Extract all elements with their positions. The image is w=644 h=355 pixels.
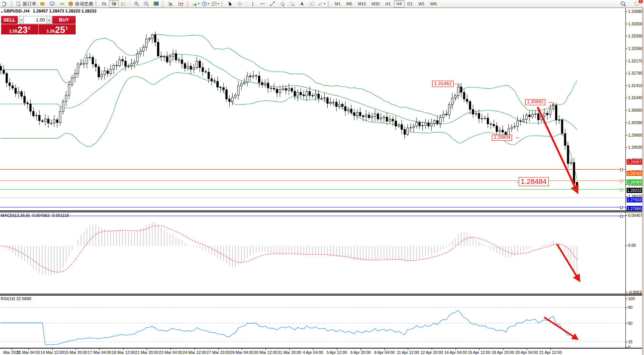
zoom-out-button[interactable] <box>142 0 151 8</box>
vertical-line-button[interactable] <box>248 0 258 8</box>
indicators-button[interactable]: ▾ <box>191 0 201 8</box>
svg-text:F: F <box>293 4 294 7</box>
volume-increase-button[interactable]: ▲ <box>47 16 51 24</box>
price-annotation-1.28484[interactable]: 1.28484 <box>519 177 549 186</box>
chart-shift-button[interactable] <box>176 0 186 8</box>
metaeditor-button[interactable] <box>37 0 47 8</box>
price-level-line-1.27666[interactable] <box>0 216 625 216</box>
timeframe-m15[interactable]: M15 <box>355 0 369 8</box>
volume-input[interactable] <box>24 16 47 24</box>
line-anchor-marker[interactable] <box>620 206 623 209</box>
text-icon: A <box>299 1 305 6</box>
price-annotation-1.31462[interactable]: 1.31462 <box>432 81 454 87</box>
timeframe-m30[interactable]: M30 <box>369 0 382 8</box>
chevron-down-icon[interactable]: ▾ <box>198 2 199 5</box>
bar-chart-button[interactable] <box>99 0 109 8</box>
trendline-button[interactable] <box>268 0 277 8</box>
search-button[interactable] <box>618 0 628 8</box>
chart-title: ▴GBPUSD-,H41.28457 1.28473 1.28220 1.282… <box>1 9 96 13</box>
fibonacci-button[interactable]: F <box>287 0 297 8</box>
sell-button[interactable]: SELL <box>1 16 18 24</box>
line-chart-icon <box>121 1 126 6</box>
price-tick: 1.30280 <box>628 120 642 125</box>
price-axis: 1.336801.333001.329301.325501.321701.317… <box>625 8 642 348</box>
text-button[interactable]: A <box>297 0 307 8</box>
pane-separator[interactable] <box>0 210 644 212</box>
sell-price[interactable]: 1.28232 <box>1 24 38 34</box>
price-annotation-1.30892[interactable]: 1.30892 <box>525 99 545 105</box>
arrows-button[interactable]: ▾ <box>317 0 327 8</box>
price-annotation-1.29804[interactable]: 1.29804 <box>492 135 512 141</box>
equidistant-channel-button[interactable]: E <box>277 0 287 8</box>
auto-scroll-button[interactable] <box>166 0 176 8</box>
line-anchor-marker[interactable] <box>620 188 623 191</box>
line-anchor-marker[interactable] <box>620 215 623 218</box>
pane-separator[interactable] <box>0 294 644 296</box>
signals-button[interactable] <box>57 0 67 8</box>
price-tick: 1.33300 <box>628 21 642 26</box>
rsi-tick: 15 <box>628 339 633 344</box>
time-label: 21 Apr 12:00 <box>539 350 562 355</box>
buy-price-small: 1.28 <box>47 29 54 33</box>
chevron-down-icon[interactable]: ▾ <box>324 2 325 5</box>
line-anchor-marker[interactable] <box>620 180 623 182</box>
tile-windows-button[interactable] <box>151 0 161 8</box>
line-anchor-marker[interactable] <box>620 168 623 171</box>
line-chart-button[interactable] <box>119 0 129 8</box>
label-button[interactable]: T <box>307 0 317 8</box>
time-label: 14 Apr 04:00 <box>444 350 467 355</box>
timeframe-w1[interactable]: W1 <box>416 0 428 8</box>
rsi-label: RSI(14) 22.5890 <box>1 296 31 301</box>
volume-decrease-button[interactable]: ▼ <box>19 16 24 24</box>
horizontal-line-icon <box>260 1 265 6</box>
main-toolbar: 新订单自动交易▾▾▾EFAT▾M1M5M15M30H1H4D1W1MN 1 <box>0 0 644 8</box>
price-level-line-1.28232[interactable] <box>0 198 625 198</box>
crosshair-button[interactable] <box>235 0 245 8</box>
horizontal-line-button[interactable] <box>258 0 268 8</box>
svg-text:A: A <box>300 2 303 6</box>
candlestick-icon <box>111 1 117 6</box>
price-level-line-1.29097[interactable] <box>0 169 625 170</box>
timeframe-h4[interactable]: H4 <box>394 0 404 8</box>
price-level-label-1.27933: 1.27933 <box>627 197 642 202</box>
timeframe-mn[interactable]: MN <box>428 0 439 8</box>
axis-tick-mark <box>626 48 627 49</box>
price-tick: 1.29900 <box>628 132 642 138</box>
chat-button[interactable]: 1 <box>632 0 642 8</box>
timeframe-m5[interactable]: M5 <box>344 0 355 8</box>
chevron-down-icon[interactable]: ▾ <box>218 2 219 5</box>
charts-button[interactable] <box>47 0 57 8</box>
toolbar-grip <box>162 1 165 6</box>
toolbar-grip <box>11 1 13 6</box>
timeframe-m1[interactable]: M1 <box>332 0 343 8</box>
label-icon: T <box>309 1 314 6</box>
price-level-label-1.28762: 1.28762 <box>627 171 642 176</box>
price-level-line-1.27933[interactable] <box>0 207 625 207</box>
axis-tick-mark <box>626 292 627 293</box>
macd-tick: 0.00 <box>628 243 636 248</box>
new-order-icon <box>16 1 21 6</box>
buy-price[interactable]: 1.28251 <box>39 24 76 34</box>
axis-tick-mark <box>626 135 627 135</box>
cursor-button[interactable] <box>225 0 235 8</box>
price-level-line-1.28484[interactable] <box>0 189 625 190</box>
macd-pane[interactable]: MACD(12,26,9) -0.004062 -0.001118 <box>0 212 625 294</box>
chevron-down-icon[interactable]: ▾ <box>208 2 209 5</box>
buy-button[interactable]: BUY <box>52 16 76 24</box>
toolbar-grip <box>328 1 330 6</box>
timeframe-d1[interactable]: D1 <box>405 0 415 8</box>
price-level-label-1.28484: 1.28484 <box>627 179 642 185</box>
autotrading-button-label: 自动交易 <box>75 1 93 7</box>
price-tick: 1.31790 <box>628 70 642 76</box>
time-label: 18 Apr 20:00 <box>492 350 514 355</box>
candlestick-chart-button[interactable] <box>109 0 119 8</box>
periods-button[interactable]: ▾ <box>201 0 210 8</box>
toolbar-grip <box>187 1 189 6</box>
timeframe-h1[interactable]: H1 <box>383 0 393 8</box>
zoom-in-button[interactable] <box>132 0 142 8</box>
new-order-button[interactable]: 新订单 <box>15 0 37 8</box>
rsi-pane[interactable]: RSI(14) 22.5890 <box>0 296 625 348</box>
symbol-name: GBPUSD-,H4 <box>4 9 30 13</box>
autotrading-button[interactable]: 自动交易 <box>67 0 94 8</box>
templates-button[interactable]: ▾ <box>210 0 220 8</box>
